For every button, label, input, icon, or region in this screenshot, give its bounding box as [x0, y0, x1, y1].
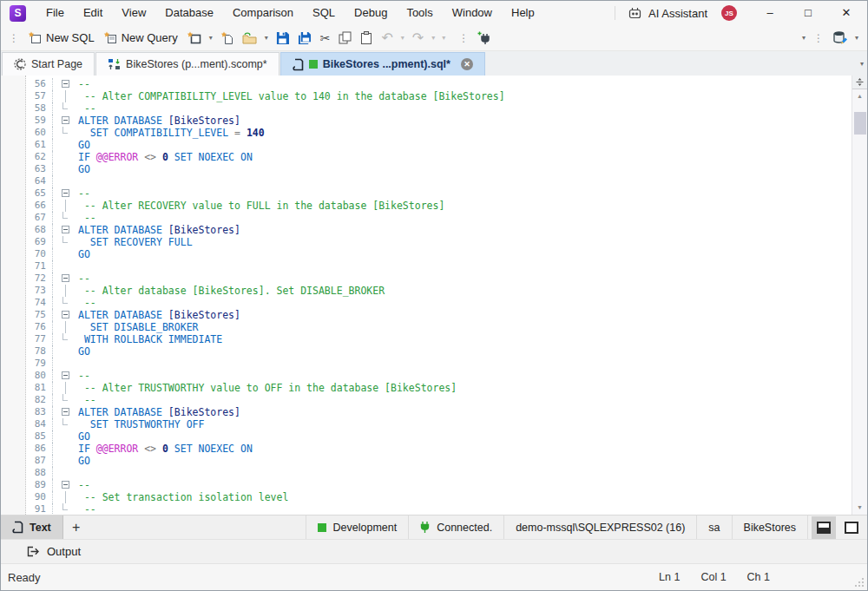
code-line[interactable]: 81 -- Alter TRUSTWORTHY value to OFF in … [26, 382, 867, 394]
code-line[interactable]: 64 [26, 175, 867, 187]
menu-item-window[interactable]: Window [443, 1, 502, 25]
line-number[interactable]: 84 [26, 418, 52, 430]
code-line[interactable]: 57 -- Alter COMPATIBILITY_LEVEL value to… [26, 90, 867, 102]
fold-marker[interactable] [52, 163, 78, 175]
redo-dropdown[interactable]: ▾ [428, 34, 438, 42]
new-document-dropdown[interactable]: ▾ [206, 34, 216, 42]
scrollbar-thumb[interactable] [854, 112, 866, 135]
menu-item-debug[interactable]: Debug [345, 1, 397, 25]
scroll-down-arrow[interactable]: ▼ [857, 501, 863, 513]
fold-marker[interactable] [52, 370, 78, 382]
save-button[interactable] [272, 29, 293, 47]
paste-button[interactable] [356, 29, 377, 47]
fold-marker[interactable] [52, 443, 78, 455]
fold-marker[interactable] [52, 503, 78, 515]
line-number[interactable]: 57 [26, 90, 52, 102]
line-number[interactable]: 77 [26, 333, 52, 345]
line-number[interactable]: 71 [26, 260, 52, 273]
code-line[interactable]: 66 -- Alter RECOVERY value to FULL in th… [26, 200, 867, 212]
code-line[interactable]: 60 SET COMPATIBILITY_LEVEL = 140 [26, 127, 867, 139]
line-number[interactable]: 81 [26, 382, 52, 394]
fold-marker[interactable] [52, 90, 78, 102]
tab-start-page[interactable]: Start Page [2, 52, 95, 76]
fold-marker[interactable] [52, 102, 78, 115]
line-number[interactable]: 62 [26, 151, 52, 163]
connection-status[interactable]: Connected. [408, 515, 503, 539]
line-number[interactable]: 83 [26, 406, 52, 418]
line-number[interactable]: 90 [26, 491, 52, 503]
fold-marker[interactable] [52, 358, 78, 370]
line-number[interactable]: 60 [26, 127, 52, 139]
save-all-button[interactable] [293, 29, 316, 47]
line-number[interactable]: 72 [26, 273, 52, 285]
line-number[interactable]: 58 [26, 102, 52, 115]
scroll-up-arrow[interactable]: ▲ [857, 89, 863, 102]
database-name[interactable]: BikeStores [732, 515, 807, 539]
new-document-button[interactable] [182, 29, 206, 47]
close-tab-icon[interactable]: ✕ [461, 58, 473, 70]
line-number[interactable]: 91 [26, 503, 52, 515]
line-number[interactable]: 59 [26, 115, 52, 127]
code-line[interactable]: 79 [26, 358, 867, 370]
line-number[interactable]: 61 [26, 139, 52, 151]
line-number[interactable]: 73 [26, 285, 52, 297]
tab-list-dropdown[interactable]: ▾ [857, 60, 867, 68]
tab-sql-document[interactable]: BikeStores ...pment).sql* ✕ [280, 52, 485, 76]
user-name[interactable]: sa [696, 515, 731, 539]
line-number[interactable]: 76 [26, 321, 52, 333]
code-line[interactable]: 87 GO [26, 455, 867, 467]
line-number[interactable]: 89 [26, 479, 52, 491]
code-line[interactable]: 89 -- [26, 479, 867, 491]
fold-marker[interactable] [52, 455, 78, 467]
line-number[interactable]: 64 [26, 175, 52, 187]
code-line[interactable]: 86 IF @@ERROR <> 0 SET NOEXEC ON [26, 443, 867, 455]
line-number[interactable]: 75 [26, 309, 52, 321]
code-line[interactable]: 59 ALTER DATABASE [BikeStores] [26, 115, 867, 127]
view-tab-text[interactable]: Text [1, 515, 63, 539]
open-file-dropdown[interactable]: ▾ [261, 34, 272, 42]
fold-marker[interactable] [52, 248, 78, 260]
line-number[interactable]: 67 [26, 212, 52, 224]
copy-button[interactable] [334, 29, 356, 47]
fold-marker[interactable] [52, 236, 78, 248]
fold-marker[interactable] [52, 151, 78, 163]
new-query-button[interactable]: New Query [99, 29, 182, 47]
full-layout-button[interactable] [839, 516, 864, 539]
code-line[interactable]: 71 [26, 260, 867, 273]
code-line[interactable]: 78 GO [26, 345, 867, 358]
minimize-button[interactable]: – [751, 1, 789, 25]
undo-button[interactable]: ↶ [377, 30, 397, 47]
new-file-button[interactable] [216, 29, 238, 47]
line-number[interactable]: 63 [26, 163, 52, 175]
line-number[interactable]: 74 [26, 297, 52, 309]
code-line[interactable]: 75 ALTER DATABASE [BikeStores] [26, 309, 867, 321]
account-badge[interactable]: JS [721, 5, 737, 21]
line-number[interactable]: 56 [26, 78, 52, 90]
fold-marker[interactable] [52, 78, 78, 90]
code-line[interactable]: 70 GO [26, 248, 867, 260]
fold-marker[interactable] [52, 333, 78, 345]
code-line[interactable]: 74 -- [26, 297, 867, 309]
fold-marker[interactable] [52, 382, 78, 394]
code-line[interactable]: 84 SET TRUSTWORTHY OFF [26, 418, 867, 430]
fold-marker[interactable] [52, 200, 78, 212]
line-number[interactable]: 65 [26, 187, 52, 200]
code-line[interactable]: 65 -- [26, 187, 867, 200]
code-line[interactable]: 62 IF @@ERROR <> 0 SET NOEXEC ON [26, 151, 867, 163]
line-number[interactable]: 68 [26, 224, 52, 236]
fold-marker[interactable] [52, 479, 78, 491]
menu-item-sql[interactable]: SQL [303, 1, 345, 25]
fold-marker[interactable] [52, 430, 78, 443]
code-line[interactable]: 85 GO [26, 430, 867, 443]
menu-item-file[interactable]: File [36, 1, 74, 25]
code-line[interactable]: 77 WITH ROLLBACK IMMEDIATE [26, 333, 867, 345]
line-number[interactable]: 69 [26, 236, 52, 248]
close-window-button[interactable]: ✕ [827, 1, 865, 25]
menu-item-view[interactable]: View [112, 1, 155, 25]
line-number[interactable]: 79 [26, 358, 52, 370]
code-line[interactable]: 58 -- [26, 102, 867, 115]
edit-database-dropdown[interactable]: ▾ [852, 34, 862, 42]
output-panel-header[interactable]: Output [1, 539, 867, 564]
code-line[interactable]: 73 -- Alter database [BikeStores]. Set D… [26, 285, 867, 297]
code-line[interactable]: 88 [26, 467, 867, 479]
